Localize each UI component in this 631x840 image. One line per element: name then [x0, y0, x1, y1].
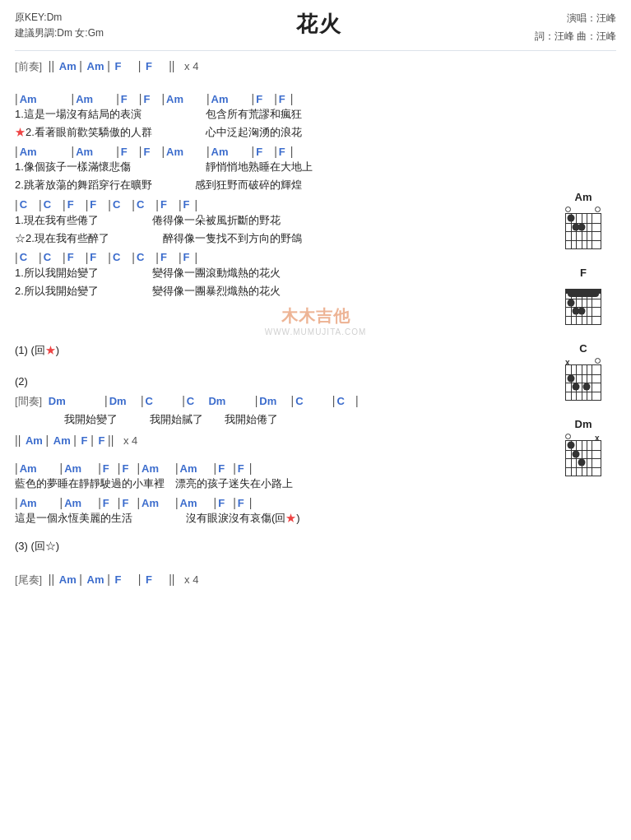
interlude-label: [間奏] [15, 395, 42, 407]
outro-section: [尾奏] || Am | Am | F | F || x 4 [15, 573, 616, 587]
intro-chords: || Am | Am | F | F || x 4 [49, 60, 199, 72]
intro-section: [前奏] || Am | Am | F | F || x 4 [15, 59, 616, 74]
verse1a: |Am |Am |F |F |Am |Am |F |F | 1.這是一場沒有結局… [15, 92, 616, 142]
verse2b-chords: |C |C |F |F |C |C |F |F | [15, 251, 616, 264]
outro-label: [尾奏] [15, 573, 42, 586]
original-key: 原KEY:Dm [15, 10, 104, 26]
suggested-key: 建議男調:Dm 女:Gm [15, 26, 104, 41]
divider [15, 50, 616, 51]
fret-dot [573, 383, 580, 391]
chord-diagrams: Am [559, 191, 608, 479]
fret-dot [578, 223, 585, 230]
watermark: 木木吉他 WWW.MUMUJITA.COM [15, 305, 616, 336]
verse2a-lyric1: 1.現在我有些倦了 倦得像一朵被風折斷的野花 [15, 211, 616, 230]
fret-dot [573, 450, 580, 457]
open-string [595, 358, 601, 364]
verse1b-lyric1: 1.像個孩子一樣滿懷悲傷 靜悄悄地熟睡在大地上 [15, 158, 616, 176]
fret-dot [568, 374, 575, 382]
diagram-Dm: Dm x [559, 418, 608, 479]
fret-dot [578, 459, 585, 466]
watermark-url: WWW.MUMUJITA.COM [15, 327, 616, 336]
fret-dot [568, 442, 575, 449]
interlude-chords: Dm |Dm |C |C Dm |Dm |C |C | [49, 395, 360, 407]
open-string [595, 207, 601, 212]
fret-dot [582, 383, 590, 391]
intro-label: [前奏] [15, 60, 42, 72]
key-info: 原KEY:Dm 建議男調:Dm 女:Gm [15, 10, 104, 41]
verse2a-lyric2: ☆2.現在我有些醉了 醉得像一隻找不到方向的野鴿 [15, 230, 616, 248]
verse1b-chords: |Am |Am |F |F |Am |Am |F |F | [15, 145, 616, 158]
verse1a-chords: |Am |Am |F |F |Am |Am |F |F | [15, 92, 616, 105]
interlude-section: [間奏] Dm |Dm |C |C Dm |Dm |C |C | [15, 394, 616, 409]
outro-chords: || Am | Am | F | F || x 4 [49, 573, 199, 586]
verse3b-chords: |Am |Am |F |F |Am |Am |F |F | [15, 496, 616, 509]
verse2b-lyric2: 2.所以我開始變了 變得像一團暴烈熾熱的花火 [15, 282, 616, 300]
credits: 詞：汪峰 曲：汪峰 [535, 28, 616, 46]
callback1: (1) (回★) [15, 341, 616, 360]
fret-dot [568, 215, 575, 222]
verse3a: |Am |Am |F |F |Am |Am |F |F | 藍色的夢睡在靜靜駛過… [15, 462, 616, 493]
verse2b: |C |C |F |F |C |C |F |F | 1.所以我開始變了 變得像一… [15, 251, 616, 300]
callback2: (2) [15, 373, 616, 391]
verse3a-lyric: 藍色的夢睡在靜靜駛過的小車裡 漂亮的孩子迷失在小路上 [15, 475, 616, 493]
credits-area: 演唱：汪峰 詞：汪峰 曲：汪峰 [535, 10, 616, 45]
verse1a-lyric1: 1.這是一場沒有結局的表演 包含所有荒謬和瘋狂 [15, 105, 616, 123]
watermark-text: 木木吉他 [15, 305, 616, 327]
verse1b-lyric2: 2.跳著放蕩的舞蹈穿行在曠野 感到狂野而破碎的輝煌 [15, 176, 616, 194]
diagram-F: F [559, 267, 608, 327]
diagram-C: C x [559, 342, 608, 403]
open-string [565, 207, 571, 212]
title-area: 花火 [104, 10, 535, 39]
verse2a: |C |C |F |F |C |C |F |F | 1.現在我有些倦了 倦得像一… [15, 198, 616, 248]
performer: 演唱：汪峰 [535, 10, 616, 28]
fret-dot [578, 308, 585, 315]
verse3b-lyric: 這是一個永恆美麗的生活 沒有眼淚沒有哀傷(回★) [15, 509, 616, 527]
page: 原KEY:Dm 建議男調:Dm 女:Gm 花火 演唱：汪峰 詞：汪峰 曲：汪峰 … [0, 0, 631, 840]
callback3: (3) (回☆) [15, 537, 616, 555]
interlude-lyric: 我開始變了 我開始膩了 我開始倦了 [64, 411, 616, 429]
verse2a-chords: |C |C |F |F |C |C |F |F | [15, 198, 616, 211]
verse1b: |Am |Am |F |F |Am |Am |F |F | 1.像個孩子一樣滿懷… [15, 145, 616, 194]
open-string [565, 434, 571, 439]
header: 原KEY:Dm 建議男調:Dm 女:Gm 花火 演唱：汪峰 詞：汪峰 曲：汪峰 [15, 10, 616, 45]
verse3b: |Am |Am |F |F |Am |Am |F |F | 這是一個永恆美麗的生… [15, 496, 616, 527]
song-title: 花火 [104, 10, 535, 39]
diagram-Am: Am [559, 191, 608, 252]
verse3a-chords: |Am |Am |F |F |Am |Am |F |F | [15, 462, 616, 475]
verse2b-lyric1: 1.所以我開始變了 變得像一團滾動熾熱的花火 [15, 264, 616, 282]
main-content: Am [15, 92, 616, 587]
fret-dot [568, 299, 575, 306]
interlude2-section: || Am | Am | F | F || x 4 [15, 434, 616, 447]
verse1a-lyric2: ★2.看著眼前歡笑驕傲的人群 心中泛起洶湧的浪花 [15, 123, 616, 142]
